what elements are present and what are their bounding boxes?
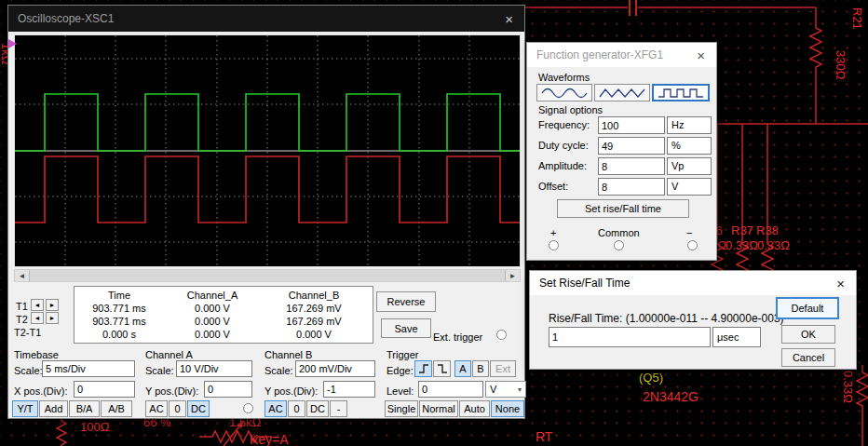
offset-input[interactable] — [598, 178, 665, 196]
trigger-level-input[interactable] — [418, 381, 483, 398]
terminal-minus-radio[interactable] — [687, 240, 698, 250]
ba-button[interactable]: B/A — [69, 400, 100, 417]
function-generator-titlebar[interactable]: Function generator-XFG1 × — [527, 43, 716, 67]
col-header-channel-a: Channel_A — [187, 290, 237, 301]
channel-a-ypos-input[interactable] — [204, 381, 252, 398]
trigger-level-unit-select[interactable]: V ▾ — [485, 381, 526, 398]
timebase-xpos-label: X pos.(Div): — [14, 385, 67, 397]
close-icon[interactable]: × — [695, 48, 707, 62]
trigger-single-button[interactable]: Single — [385, 400, 418, 417]
triangle-wave-icon — [598, 87, 646, 100]
terminal-plus-radio[interactable] — [549, 240, 559, 250]
duty-cycle-input[interactable] — [598, 137, 665, 155]
channel-b-ypos-input[interactable] — [323, 381, 375, 398]
cancel-button[interactable]: Cancel — [781, 348, 835, 367]
rise-fall-time-input[interactable] — [549, 327, 711, 347]
resistor-r37[interactable] — [737, 124, 748, 277]
rise-fall-time-unit: μsec — [712, 327, 761, 347]
trigger-source-ext-button[interactable]: Ext — [490, 360, 516, 377]
terminal-common-radio[interactable] — [614, 240, 624, 250]
channel-b-ac-button[interactable]: AC — [264, 400, 287, 417]
scroll-left-icon[interactable]: ◄ — [15, 270, 29, 281]
timebase-xpos-input[interactable] — [74, 381, 135, 398]
oscilloscope-window: Oscilloscope-XSC1 × ◄ ► T1 ◄ ► T2 ◄ ► — [7, 5, 525, 419]
close-icon[interactable]: × — [503, 12, 515, 26]
t1-chb-value: 167.269 mV — [286, 303, 341, 314]
function-generator-window: Function generator-XFG1 × Waveforms Sign… — [526, 42, 717, 261]
ext-trigger-radio[interactable] — [496, 330, 507, 340]
triangle-wave-button[interactable] — [594, 84, 650, 101]
trigger-none-button[interactable]: None — [491, 400, 524, 417]
oscilloscope-title: Oscilloscope-XSC1 — [18, 12, 503, 25]
sine-wave-icon — [540, 87, 589, 100]
frequency-label: Frequency: — [538, 119, 590, 130]
falling-edge-button[interactable] — [433, 360, 451, 377]
waveforms-label: Waveforms — [538, 72, 590, 83]
amplitude-label: Amplitude: — [538, 160, 587, 171]
save-button[interactable]: Save — [381, 318, 431, 338]
r-emitter-value-label: 0.33Ω — [841, 371, 855, 403]
r38-value-label: 0.33Ω — [757, 238, 790, 252]
scroll-thumb[interactable] — [29, 270, 506, 281]
close-icon[interactable]: × — [834, 277, 847, 291]
add-button[interactable]: Add — [39, 400, 68, 417]
scope-scrollbar[interactable]: ◄ ► — [14, 269, 521, 282]
resistor-r21[interactable] — [810, 7, 821, 124]
scope-display[interactable] — [14, 34, 521, 267]
yt-button[interactable]: Y/T — [12, 400, 38, 417]
scope-graticule — [15, 35, 520, 266]
cursor-1-marker-icon[interactable] — [8, 39, 17, 48]
trigger-source-b-button[interactable]: B — [472, 360, 489, 377]
t2-step-right-button[interactable]: ► — [46, 312, 59, 324]
trigger-level-label: Level: — [387, 385, 414, 397]
measurement-table: Time Channel_A Channel_B 903.771 ms 0.00… — [74, 286, 373, 344]
channel-b-dc-button[interactable]: DC — [306, 400, 329, 417]
channel-b-minus-button[interactable]: - — [330, 400, 347, 417]
amplitude-input[interactable] — [598, 157, 665, 175]
channel-a-title: Channel A — [145, 349, 193, 360]
rising-edge-button[interactable] — [414, 360, 432, 377]
channel-b-ypos-label: Y pos.(Div): — [264, 385, 318, 397]
t2-step-left-button[interactable]: ◄ — [31, 312, 44, 324]
resistor-r38[interactable] — [762, 124, 773, 277]
frequency-input[interactable] — [598, 116, 665, 134]
cursor-t1-label: T1 — [16, 301, 28, 312]
channel-a-terminal-radio[interactable] — [243, 403, 253, 413]
ab-button[interactable]: A/B — [101, 400, 132, 417]
col-header-channel-b: Channel_B — [289, 290, 339, 301]
sine-wave-button[interactable] — [536, 84, 592, 101]
oscilloscope-titlebar[interactable]: Oscilloscope-XSC1 × — [8, 6, 524, 32]
r21-ref-label: R21 — [850, 7, 864, 30]
reverse-button[interactable]: Reverse — [376, 291, 436, 312]
cursor-t2-label: T2 — [16, 314, 28, 325]
t1-step-right-button[interactable]: ► — [46, 299, 59, 311]
t1-step-left-button[interactable]: ◄ — [31, 299, 44, 311]
t2-t1-time-value: 0.000 s — [102, 329, 136, 340]
channel-b-scale-input[interactable] — [295, 360, 375, 377]
set-rise-fall-time-button[interactable]: Set rise/Fall time — [557, 199, 689, 218]
trigger-auto-button[interactable]: Auto — [459, 400, 490, 417]
channel-a-trace — [15, 94, 520, 151]
offset-unit: V — [667, 178, 712, 196]
ok-button[interactable]: OK — [781, 325, 835, 344]
t2-cha-value: 0.000 V — [195, 316, 230, 327]
t2-t1-chb-value: 0.000 V — [296, 329, 332, 340]
square-wave-button[interactable] — [652, 84, 710, 101]
channel-a-ac-button[interactable]: AC — [145, 400, 168, 417]
channel-a-scale-input[interactable] — [176, 360, 252, 377]
default-button[interactable]: Default — [776, 297, 839, 319]
channel-b-zero-button[interactable]: 0 — [288, 400, 305, 417]
channel-a-zero-button[interactable]: 0 — [169, 400, 186, 417]
dialog-titlebar[interactable]: Set Rise/Fall Time × — [530, 271, 856, 295]
trigger-source-a-button[interactable]: A — [454, 360, 471, 377]
trigger-normal-button[interactable]: Normal — [419, 400, 458, 417]
terminal-minus-label: − — [686, 227, 692, 238]
set-rise-fall-time-dialog: Set Rise/Fall Time × Rise/Fall Time: (1.… — [529, 270, 857, 370]
channel-a-dc-button[interactable]: DC — [187, 400, 210, 417]
scroll-right-icon[interactable]: ► — [506, 270, 520, 281]
offset-label: Offset: — [538, 181, 568, 192]
t2-chb-value: 167.269 mV — [286, 316, 341, 327]
timebase-scale-input[interactable] — [42, 360, 135, 377]
resistor-right[interactable] — [857, 365, 868, 446]
resistor-100[interactable] — [57, 417, 66, 446]
